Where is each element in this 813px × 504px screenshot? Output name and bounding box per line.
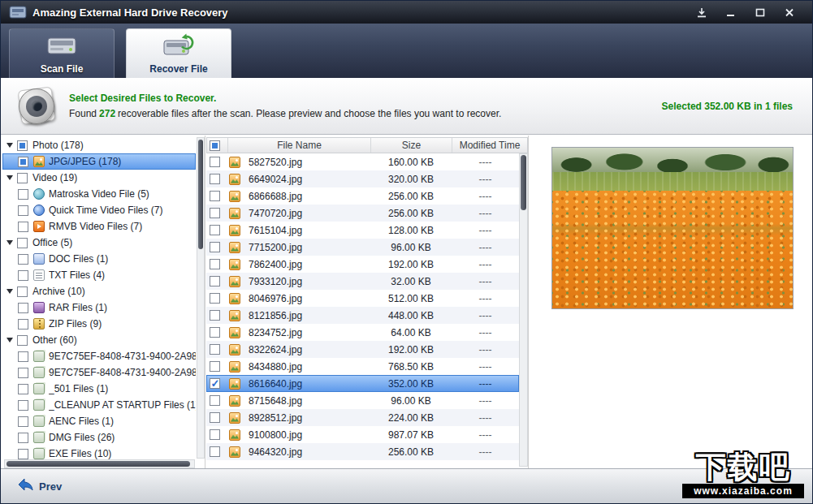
sidebar-horizontal-scrollbar[interactable] — [4, 459, 195, 468]
table-row[interactable]: 8234752.jpg64.00 KB---- — [206, 324, 519, 341]
minimize-button[interactable] — [723, 6, 739, 19]
table-row[interactable]: 6649024.jpg320.00 KB---- — [206, 170, 519, 187]
table-row[interactable]: 6866688.jpg256.00 KB---- — [206, 187, 519, 205]
table-row[interactable]: 5827520.jpg160.00 KB---- — [206, 153, 519, 170]
item-checkbox[interactable] — [18, 319, 28, 330]
item-checkbox[interactable] — [17, 335, 28, 346]
item-checkbox[interactable] — [18, 400, 28, 411]
item-checkbox[interactable] — [17, 286, 28, 297]
item-checkbox[interactable] — [17, 173, 28, 183]
table-row[interactable]: 8322624.jpg192.00 KB---- — [206, 341, 519, 358]
item-checkbox[interactable] — [18, 433, 28, 443]
table-row[interactable]: 8046976.jpg512.00 KB---- — [206, 290, 519, 307]
table-row[interactable]: 9100800.jpg987.07 KB---- — [206, 426, 519, 443]
row-checkbox[interactable] — [210, 242, 220, 252]
table-row[interactable]: 8616640.jpg352.00 KB---- — [206, 375, 519, 392]
row-checkbox[interactable] — [210, 361, 220, 372]
tree-item[interactable]: Quick Time Video Files (7) — [2, 202, 196, 218]
row-checkbox[interactable] — [210, 395, 220, 406]
file-list-vertical-scrollbar[interactable] — [519, 153, 528, 467]
table-row[interactable]: 8434880.jpg768.50 KB---- — [206, 358, 519, 375]
item-checkbox[interactable] — [18, 416, 28, 427]
item-checkbox[interactable] — [18, 303, 28, 313]
tree-item[interactable]: RAR Files (1) — [2, 299, 196, 316]
row-checkbox[interactable] — [210, 446, 220, 457]
row-checkbox[interactable] — [210, 344, 220, 355]
row-checkbox[interactable] — [210, 191, 220, 201]
table-row[interactable]: 8715648.jpg96.00 KB---- — [206, 392, 519, 409]
prev-button[interactable]: Prev — [17, 478, 62, 494]
row-checkbox[interactable] — [210, 412, 220, 423]
item-checkbox[interactable] — [18, 222, 28, 232]
tree-item[interactable]: _CLEANUP AT STARTUP Files (1) — [2, 397, 196, 413]
tree-item[interactable]: Video (19) — [2, 170, 196, 186]
table-row[interactable]: 7470720.jpg256.00 KB---- — [206, 205, 519, 222]
row-checkbox[interactable] — [210, 276, 220, 286]
row-checkbox[interactable] — [210, 293, 220, 304]
column-header-size[interactable]: Size — [371, 138, 452, 153]
row-checkbox[interactable] — [210, 208, 220, 218]
item-checkbox[interactable] — [18, 449, 28, 459]
tree-item[interactable]: Photo (178) — [2, 137, 196, 153]
tree-item[interactable]: 9E7C75EF-8408-4731-9400-2A9819D19 — [2, 348, 196, 364]
table-row[interactable]: 7933120.jpg32.00 KB---- — [206, 273, 519, 290]
item-checkbox[interactable] — [18, 157, 28, 167]
tree-item[interactable]: DOC Files (1) — [2, 251, 196, 267]
column-header-modified-time[interactable]: Modified Time — [452, 138, 527, 153]
scrollbar-thumb[interactable] — [6, 461, 190, 467]
tree-item[interactable]: Archive (10) — [2, 283, 196, 299]
expand-arrow-icon[interactable] — [6, 338, 13, 342]
tree-item[interactable]: EXE Files (10) — [2, 446, 196, 459]
item-checkbox[interactable] — [18, 368, 28, 378]
row-checkbox[interactable] — [210, 157, 220, 167]
tree-item[interactable]: DMG Files (26) — [2, 429, 196, 446]
tree-item[interactable]: Matroska Video File (5) — [2, 186, 196, 202]
tree-item[interactable]: TXT Files (4) — [2, 267, 196, 283]
expand-arrow-icon[interactable] — [6, 240, 13, 245]
table-row[interactable]: 8121856.jpg448.00 KB---- — [206, 307, 519, 324]
sidebar-vertical-scrollbar[interactable] — [197, 137, 205, 459]
row-checkbox[interactable] — [210, 174, 220, 184]
row-checkbox[interactable] — [210, 225, 220, 235]
tree-item[interactable]: Other (60) — [2, 332, 196, 348]
item-checkbox[interactable] — [17, 140, 28, 151]
item-checkbox[interactable] — [17, 238, 28, 248]
tree-item[interactable]: _501 Files (1) — [2, 381, 196, 397]
close-button[interactable] — [781, 6, 798, 19]
row-checkbox[interactable] — [210, 429, 220, 440]
file-modified: ---- — [452, 324, 519, 341]
expand-arrow-icon[interactable] — [6, 175, 13, 180]
tab-recover-file[interactable]: Recover File — [126, 28, 231, 78]
scrollbar-thumb[interactable] — [198, 140, 203, 249]
item-checkbox[interactable] — [18, 384, 28, 394]
download-button[interactable] — [694, 6, 710, 19]
table-row[interactable]: 7615104.jpg128.00 KB---- — [206, 222, 519, 239]
expand-arrow-icon[interactable] — [6, 289, 13, 294]
row-checkbox[interactable] — [210, 259, 220, 269]
row-checkbox[interactable] — [210, 378, 220, 389]
tree-item[interactable]: 9E7C75EF-8408-4731-9400-2A9819D19 — [2, 364, 196, 381]
expand-arrow-icon[interactable] — [6, 143, 13, 148]
tab-scan-file[interactable]: Scan File — [9, 28, 115, 78]
row-checkbox[interactable] — [210, 310, 220, 321]
scrollbar-thumb[interactable] — [521, 155, 526, 210]
table-row[interactable]: 9464320.jpg256.00 KB---- — [206, 443, 519, 460]
row-checkbox[interactable] — [210, 327, 220, 338]
tree-item[interactable]: JPG/JPEG (178) — [2, 153, 196, 170]
tree-item[interactable]: Office (5) — [2, 235, 196, 251]
item-checkbox[interactable] — [18, 205, 28, 216]
tree-item[interactable]: AENC Files (1) — [2, 413, 196, 429]
tree-item[interactable]: ZIP Files (9) — [2, 316, 196, 332]
column-header-file-name[interactable]: File Name — [228, 138, 371, 153]
table-row[interactable]: 8928512.jpg224.00 KB---- — [206, 409, 519, 426]
table-row[interactable]: 7715200.jpg96.00 KB---- — [206, 239, 519, 256]
select-all-checkbox[interactable] — [210, 140, 220, 151]
item-checkbox[interactable] — [18, 351, 28, 362]
maximize-button[interactable] — [752, 6, 768, 19]
tree-item[interactable]: RMVB Video Files (7) — [2, 218, 196, 235]
item-checkbox[interactable] — [18, 270, 28, 281]
table-row[interactable]: 7862400.jpg192.00 KB---- — [206, 256, 519, 273]
item-checkbox[interactable] — [18, 189, 28, 200]
item-checkbox[interactable] — [18, 254, 28, 265]
jpg-file-icon — [229, 429, 240, 441]
